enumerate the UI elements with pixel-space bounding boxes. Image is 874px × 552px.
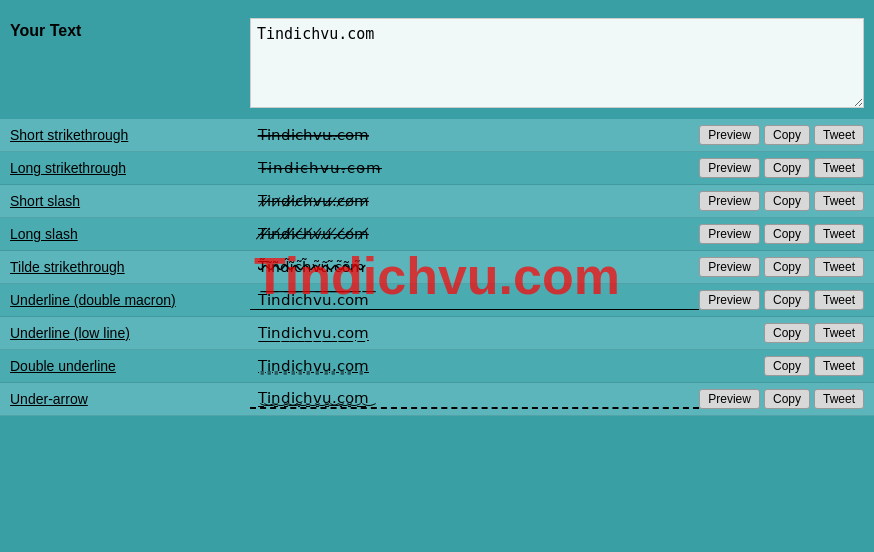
row-label-under-arrow[interactable]: Under-arrow	[10, 391, 250, 407]
row-preview-underline-double-macron: T͞i͞n͞d͞i͞c͞h͞v͞u͞.͞c͞o͞m͞	[250, 291, 699, 310]
preview-button-tilde-strikethrough[interactable]: Preview	[699, 257, 760, 277]
main-container: Your Text Tindichvu.com Short strikethro…	[0, 0, 874, 552]
tweet-button-long-slash[interactable]: Tweet	[814, 224, 864, 244]
rows-container: Short strikethroughT̶i̶n̶d̶i̶c̶h̶v̶u̶.̶c…	[0, 119, 874, 416]
result-row-underline-double-macron: Underline (double macron)T͞i͞n͞d͞i͞c͞h͞v…	[0, 284, 874, 317]
row-actions-tilde-strikethrough: PreviewCopyTweet	[699, 257, 864, 277]
row-actions-long-slash: PreviewCopyTweet	[699, 224, 864, 244]
row-preview-under-arrow: T͜i͜n͜d͜i͜c͜h͜v͜u͜.͜c͜o͜m͜	[250, 389, 699, 409]
text-input[interactable]: Tindichvu.com	[250, 18, 864, 108]
result-row-tilde-strikethrough: Tilde strikethroughT̃ĩñd̃ĩc̃h̃ṽũ.̃c̃õm̃P…	[0, 251, 874, 284]
preview-button-long-slash[interactable]: Preview	[699, 224, 760, 244]
row-label-long-strikethrough[interactable]: Long strikethrough	[10, 160, 250, 176]
row-preview-tilde-strikethrough: T̃ĩñd̃ĩc̃h̃ṽũ.̃c̃õm̃	[250, 258, 699, 276]
row-label-short-strikethrough[interactable]: Short strikethrough	[10, 127, 250, 143]
tweet-button-short-slash[interactable]: Tweet	[814, 191, 864, 211]
preview-button-long-strikethrough[interactable]: Preview	[699, 158, 760, 178]
result-row-long-slash: Long slashT̸i̸n̸d̸i̸c̸h̸v̸u̸.̸c̸o̸m̸Prev…	[0, 218, 874, 251]
preview-button-underline-double-macron[interactable]: Preview	[699, 290, 760, 310]
row-label-underline-low-line[interactable]: Underline (low line)	[10, 325, 250, 341]
row-label-tilde-strikethrough[interactable]: Tilde strikethrough	[10, 259, 250, 275]
copy-button-short-strikethrough[interactable]: Copy	[764, 125, 810, 145]
copy-button-double-underline[interactable]: Copy	[764, 356, 810, 376]
copy-button-long-slash[interactable]: Copy	[764, 224, 810, 244]
input-row: Your Text Tindichvu.com	[0, 10, 874, 119]
row-actions-short-slash: PreviewCopyTweet	[699, 191, 864, 211]
row-preview-short-slash: T̷i̷n̷d̷i̷c̷h̷v̷u̷.̷c̷o̷m̷	[250, 192, 699, 210]
row-preview-short-strikethrough: T̶i̶n̶d̶i̶c̶h̶v̶u̶.̶c̶o̶m̶	[250, 126, 699, 144]
copy-button-short-slash[interactable]: Copy	[764, 191, 810, 211]
preview-button-short-slash[interactable]: Preview	[699, 191, 760, 211]
preview-button-under-arrow[interactable]: Preview	[699, 389, 760, 409]
row-actions-under-arrow: PreviewCopyTweet	[699, 389, 864, 409]
tweet-button-double-underline[interactable]: Tweet	[814, 356, 864, 376]
row-label-double-underline[interactable]: Double underline	[10, 358, 250, 374]
row-label-long-slash[interactable]: Long slash	[10, 226, 250, 242]
row-preview-long-slash: T̸i̸n̸d̸i̸c̸h̸v̸u̸.̸c̸o̸m̸	[250, 225, 699, 243]
your-text-label: Your Text	[10, 18, 250, 40]
tweet-button-underline-double-macron[interactable]: Tweet	[814, 290, 864, 310]
input-cell: Tindichvu.com	[250, 18, 864, 111]
tweet-button-tilde-strikethrough[interactable]: Tweet	[814, 257, 864, 277]
preview-button-short-strikethrough[interactable]: Preview	[699, 125, 760, 145]
row-label-underline-double-macron[interactable]: Underline (double macron)	[10, 292, 250, 308]
tweet-button-under-arrow[interactable]: Tweet	[814, 389, 864, 409]
copy-button-underline-low-line[interactable]: Copy	[764, 323, 810, 343]
row-actions-long-strikethrough: PreviewCopyTweet	[699, 158, 864, 178]
result-row-short-slash: Short slashT̷i̷n̷d̷i̷c̷h̷v̷u̷.̷c̷o̷m̷Pre…	[0, 185, 874, 218]
result-row-long-strikethrough: Long strikethroughT̵i̵n̵d̵i̵c̵h̵v̵u̵.̵c̵…	[0, 152, 874, 185]
result-row-short-strikethrough: Short strikethroughT̶i̶n̶d̶i̶c̶h̶v̶u̶.̶c…	[0, 119, 874, 152]
row-label-short-slash[interactable]: Short slash	[10, 193, 250, 209]
copy-button-tilde-strikethrough[interactable]: Copy	[764, 257, 810, 277]
row-actions-underline-double-macron: PreviewCopyTweet	[699, 290, 864, 310]
copy-button-underline-double-macron[interactable]: Copy	[764, 290, 810, 310]
result-row-underline-low-line: Underline (low line)T̲i̲n̲d̲i̲c̲h̲v̲u̲.̲…	[0, 317, 874, 350]
tweet-button-long-strikethrough[interactable]: Tweet	[814, 158, 864, 178]
tweet-button-underline-low-line[interactable]: Tweet	[814, 323, 864, 343]
row-actions-short-strikethrough: PreviewCopyTweet	[699, 125, 864, 145]
result-row-double-underline: Double underlineT͇i͇n͇d͇i͇c͇h͇v͇u͇.͇c͇o͇…	[0, 350, 874, 383]
row-preview-double-underline: T͇i͇n͇d͇i͇c͇h͇v͇u͇.͇c͇o͇m͇	[250, 357, 764, 375]
row-preview-long-strikethrough: T̵i̵n̵d̵i̵c̵h̵v̵u̵.̵c̵o̵m̵	[250, 159, 699, 177]
row-actions-underline-low-line: CopyTweet	[764, 323, 864, 343]
copy-button-long-strikethrough[interactable]: Copy	[764, 158, 810, 178]
row-actions-double-underline: CopyTweet	[764, 356, 864, 376]
result-row-under-arrow: Under-arrowT͜i͜n͜d͜i͜c͜h͜v͜u͜.͜c͜o͜m͜Pre…	[0, 383, 874, 416]
tweet-button-short-strikethrough[interactable]: Tweet	[814, 125, 864, 145]
copy-button-under-arrow[interactable]: Copy	[764, 389, 810, 409]
row-preview-underline-low-line: T̲i̲n̲d̲i̲c̲h̲v̲u̲.̲c̲o̲m̲	[250, 324, 764, 342]
